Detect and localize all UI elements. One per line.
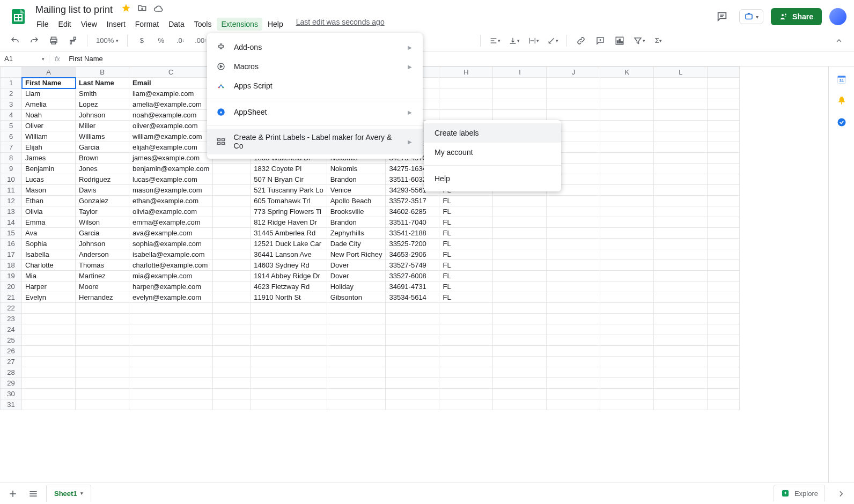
cell[interactable] <box>547 88 600 99</box>
cell[interactable] <box>600 99 654 110</box>
cell[interactable] <box>213 206 251 217</box>
cell[interactable]: Apollo Beach <box>327 196 386 206</box>
cell[interactable] <box>654 153 708 164</box>
cell[interactable] <box>213 346 251 357</box>
cell[interactable]: james@example.com <box>129 153 213 164</box>
cell[interactable] <box>493 335 547 346</box>
cell[interactable]: Brown <box>76 153 129 164</box>
cell[interactable] <box>547 367 600 378</box>
row-header[interactable]: 19 <box>1 271 22 281</box>
cell[interactable] <box>327 378 386 389</box>
cell[interactable] <box>654 239 708 249</box>
currency-icon[interactable]: $ <box>134 33 149 48</box>
cell[interactable] <box>547 196 600 206</box>
cell[interactable]: Venice <box>327 185 386 196</box>
cell[interactable]: Hernandez <box>76 292 129 303</box>
cell[interactable] <box>547 324 600 335</box>
cell[interactable]: Rodriguez <box>76 174 129 185</box>
cell[interactable] <box>493 110 547 121</box>
cell[interactable]: 33527-6008 <box>386 271 439 281</box>
cell[interactable]: Garcia <box>76 228 129 239</box>
cell[interactable] <box>600 303 654 314</box>
cell[interactable] <box>76 314 129 324</box>
tasks-icon[interactable] <box>836 117 847 128</box>
cell[interactable] <box>327 324 386 335</box>
zoom-select[interactable]: 100%▾ <box>94 36 121 45</box>
row-header[interactable]: 12 <box>1 196 22 206</box>
cell[interactable] <box>708 142 740 153</box>
row-header[interactable]: 1 <box>1 78 22 88</box>
row-header[interactable]: 8 <box>1 153 22 164</box>
cell[interactable] <box>493 217 547 228</box>
cell[interactable] <box>600 174 654 185</box>
cell[interactable] <box>547 399 600 410</box>
cell[interactable]: Wilson <box>76 217 129 228</box>
cell[interactable]: Mia <box>22 271 76 281</box>
cell[interactable] <box>493 324 547 335</box>
cell[interactable]: 33527-5749 <box>386 260 439 271</box>
row-header[interactable]: 6 <box>1 131 22 142</box>
cell[interactable] <box>129 357 213 367</box>
cell[interactable]: FL <box>439 249 493 260</box>
cell[interactable] <box>708 292 740 303</box>
cell[interactable] <box>654 378 708 389</box>
cell[interactable] <box>213 314 251 324</box>
cell[interactable]: Davis <box>76 185 129 196</box>
cell[interactable] <box>600 292 654 303</box>
cell[interactable] <box>547 346 600 357</box>
row-header[interactable]: 24 <box>1 324 22 335</box>
wrap-icon[interactable]: ▾ <box>526 33 541 48</box>
cell[interactable] <box>439 314 493 324</box>
cell[interactable] <box>600 281 654 292</box>
cell[interactable] <box>76 378 129 389</box>
print-icon[interactable] <box>46 33 61 48</box>
cell[interactable] <box>493 303 547 314</box>
cell[interactable] <box>547 314 600 324</box>
cell[interactable] <box>708 174 740 185</box>
menu-create-print-labels[interactable]: Create & Print Labels - Label maker for … <box>207 129 423 154</box>
cell[interactable]: 521 Tuscanny Park Lo <box>251 185 327 196</box>
cell[interactable] <box>654 271 708 281</box>
cell[interactable] <box>654 78 708 88</box>
row-header[interactable]: 18 <box>1 260 22 271</box>
cell[interactable] <box>386 335 439 346</box>
cell[interactable] <box>493 249 547 260</box>
cell[interactable] <box>708 281 740 292</box>
row-header[interactable]: 20 <box>1 281 22 292</box>
cell[interactable] <box>386 303 439 314</box>
cell[interactable] <box>654 88 708 99</box>
cell[interactable] <box>708 185 740 196</box>
sheet-tab[interactable]: Sheet1▾ <box>46 485 91 502</box>
cell[interactable] <box>654 228 708 239</box>
cell[interactable]: Dover <box>327 260 386 271</box>
cell[interactable] <box>213 357 251 367</box>
cell[interactable] <box>708 260 740 271</box>
cell[interactable]: Johnson <box>76 110 129 121</box>
cell[interactable] <box>493 314 547 324</box>
cell[interactable]: Lucas <box>22 174 76 185</box>
cell[interactable] <box>654 367 708 378</box>
cell[interactable] <box>439 324 493 335</box>
cell[interactable]: Amelia <box>22 99 76 110</box>
cell[interactable]: 4623 Fietzway Rd <box>251 281 327 292</box>
cell[interactable] <box>439 88 493 99</box>
cell[interactable]: ethan@example.com <box>129 196 213 206</box>
col-header[interactable]: I <box>493 67 547 78</box>
cell[interactable] <box>251 399 327 410</box>
keep-icon[interactable] <box>836 95 847 106</box>
cell[interactable] <box>327 346 386 357</box>
cell[interactable] <box>600 249 654 260</box>
redo-icon[interactable] <box>27 33 42 48</box>
cell[interactable]: James <box>22 153 76 164</box>
cell[interactable] <box>22 399 76 410</box>
menu-edit[interactable]: Edit <box>54 18 76 31</box>
cell[interactable] <box>213 335 251 346</box>
cell[interactable] <box>708 399 740 410</box>
cell[interactable] <box>76 399 129 410</box>
cell[interactable]: Isabella <box>22 249 76 260</box>
cell[interactable]: Thomas <box>76 260 129 271</box>
cell[interactable] <box>708 346 740 357</box>
cell[interactable] <box>493 196 547 206</box>
cell[interactable] <box>654 142 708 153</box>
undo-icon[interactable] <box>8 33 23 48</box>
